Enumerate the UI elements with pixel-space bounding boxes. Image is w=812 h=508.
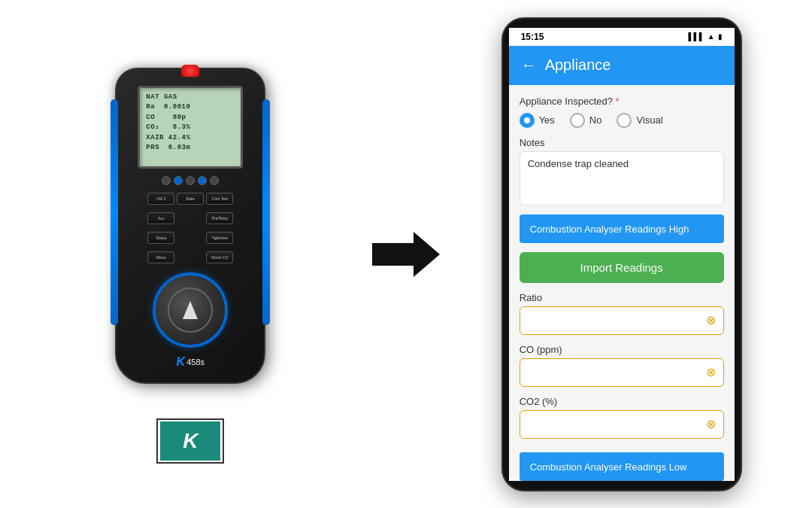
on-off-btn[interactable]: O/E II <box>147 193 174 205</box>
dial-inner <box>168 287 213 333</box>
com-test-label: Com Test <box>212 196 228 201</box>
arrow-right-icon <box>372 232 440 277</box>
combustion-high-header: Combustion Analyser Readings High <box>520 214 724 243</box>
device-container: NAT GAS Ra 0.0010 CO 80p CO₂ 8.3% XAIR 4… <box>85 45 295 406</box>
notes-content: Condense trap cleaned <box>528 158 629 169</box>
radio-no-label: No <box>589 114 602 126</box>
nav-up[interactable] <box>174 176 183 185</box>
pre-temp-label: Pre/Temp <box>212 216 228 221</box>
notes-textarea[interactable]: Condense trap cleaned <box>520 151 724 205</box>
svg-marker-0 <box>372 232 440 277</box>
status-time: 15:15 <box>521 32 544 42</box>
phone-status-bar: 15:15 ▌▌▌ ▲ ▮ <box>509 28 735 46</box>
phone-container: 15:15 ▌▌▌ ▲ ▮ ← Appliance <box>501 17 742 491</box>
function-row-1: O/E II Ratio Com Test <box>147 193 233 205</box>
wifi-status-icon: ▲ <box>707 32 715 41</box>
function-row-2: Aux Pre/Temp <box>147 212 233 224</box>
kane-logo-letter: K <box>183 429 198 453</box>
device-brand-container: K 458s <box>177 355 205 369</box>
co-ppm-input[interactable]: ⊗ <box>520 358 724 387</box>
co2-percent-clear-icon[interactable]: ⊗ <box>706 417 716 431</box>
status-icons: ▌▌▌ ▲ ▮ <box>688 32 722 41</box>
ratio-field-group: Ratio ⊗ <box>520 292 724 335</box>
ratio-input[interactable]: ⊗ <box>520 306 724 335</box>
phone-content: ← Appliance Appliance Inspected? * Yes <box>509 46 735 481</box>
co2-percent-field-group: CO2 (%) ⊗ <box>520 396 724 439</box>
aux-btn[interactable]: Aux <box>147 212 174 224</box>
ratio-clear-icon[interactable]: ⊗ <box>706 313 716 327</box>
signal-icon: ▌▌▌ <box>688 32 704 41</box>
kane-logo: K <box>156 418 224 464</box>
enter-btn[interactable] <box>186 176 195 185</box>
inspected-label: Appliance Inspected? * <box>520 96 724 107</box>
kane-logo-inner: K <box>160 421 220 461</box>
radio-no-circle[interactable] <box>570 113 585 128</box>
form-content: Appliance Inspected? * Yes No <box>509 85 735 481</box>
round-dial[interactable] <box>153 272 228 348</box>
menu-label: Menu <box>156 255 166 260</box>
arrow-section <box>368 232 444 277</box>
device-screen: NAT GAS Ra 0.0010 CO 80p CO₂ 8.3% XAIR 4… <box>138 86 243 169</box>
co2-percent-label: CO2 (%) <box>520 396 724 407</box>
inspected-section: Appliance Inspected? * Yes No <box>520 96 724 128</box>
combustion-low-header: Combustion Analyser Readings Low <box>520 452 724 481</box>
notes-section: Notes Condense trap cleaned <box>520 137 724 205</box>
pre-temp-btn[interactable]: Pre/Temp <box>206 212 233 224</box>
co-ppm-clear-icon[interactable]: ⊗ <box>706 365 716 379</box>
tightness-btn[interactable]: Tightness <box>206 232 233 244</box>
left-section: NAT GAS Ra 0.0010 CO 80p CO₂ 8.3% XAIR 4… <box>47 14 333 495</box>
controls-top-row <box>162 176 219 185</box>
back-button[interactable]: ← <box>521 56 536 74</box>
power-indicator <box>162 176 171 185</box>
room-co-label: Room CO <box>211 255 228 260</box>
radio-yes[interactable]: Yes <box>520 113 555 128</box>
co-ppm-label: CO (ppm) <box>520 344 724 355</box>
ratio-label: Ratio <box>186 196 195 201</box>
co-ppm-field-group: CO (ppm) ⊗ <box>520 344 724 387</box>
status-btn[interactable]: Status <box>147 232 174 244</box>
app-title: Appliance <box>545 56 611 74</box>
radio-no[interactable]: No <box>570 113 602 128</box>
on-off-label: O/E II <box>156 196 166 201</box>
required-star: * <box>613 96 620 107</box>
radio-yes-label: Yes <box>539 114 555 126</box>
notes-label: Notes <box>520 137 724 148</box>
radio-visual[interactable]: Visual <box>617 113 662 128</box>
device-model: 458s <box>186 357 205 367</box>
app-header: ← Appliance <box>509 46 735 85</box>
function-row-3: Status Tightness <box>147 232 233 244</box>
import-readings-label: Import Readings <box>580 261 663 274</box>
function-row-4: Menu Room CO <box>147 251 233 263</box>
room-co-btn[interactable]: Room CO <box>206 251 233 263</box>
co2-percent-input[interactable]: ⊗ <box>520 410 724 439</box>
device-controls: O/E II Ratio Com Test Aux <box>147 176 233 369</box>
menu-btn[interactable]: Menu <box>147 251 174 263</box>
status-label: Status <box>156 236 166 240</box>
right-section: 15:15 ▌▌▌ ▲ ▮ ← Appliance <box>479 14 765 495</box>
radio-yes-circle[interactable] <box>520 113 535 128</box>
device-top-button[interactable] <box>181 65 199 77</box>
device-body: NAT GAS Ra 0.0010 CO 80p CO₂ 8.3% XAIR 4… <box>115 68 265 384</box>
tightness-label: Tightness <box>212 236 229 240</box>
radio-group: Yes No Visual <box>520 113 724 128</box>
ratio-label: Ratio <box>520 292 724 303</box>
screen-display: NAT GAS Ra 0.0010 CO 80p CO₂ 8.3% XAIR 4… <box>146 93 235 154</box>
nav-down[interactable] <box>198 176 207 185</box>
import-readings-button[interactable]: Import Readings <box>520 252 724 283</box>
page-container: NAT GAS Ra 0.0010 CO 80p CO₂ 8.3% XAIR 4… <box>0 0 812 508</box>
wifi-icon <box>210 176 219 185</box>
battery-icon: ▮ <box>718 32 723 41</box>
combustion-low-title: Combustion Analyser Readings Low <box>530 461 687 473</box>
aux-label: Aux <box>158 216 165 221</box>
kane-k-letter: K <box>177 355 186 369</box>
com-test-btn[interactable]: Com Test <box>206 193 233 205</box>
combustion-high-title: Combustion Analyser Readings High <box>530 224 689 235</box>
radio-visual-label: Visual <box>636 114 662 126</box>
dial-arrow-icon <box>183 301 198 319</box>
radio-visual-circle[interactable] <box>617 113 632 128</box>
ratio-btn[interactable]: Ratio <box>177 193 204 205</box>
